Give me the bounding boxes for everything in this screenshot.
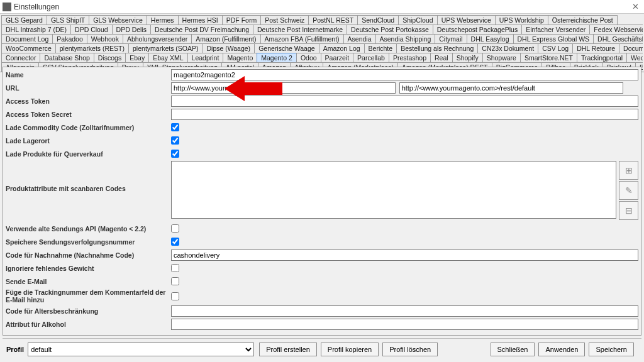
tab-gls-shipit[interactable]: GLS ShipIT	[47, 15, 89, 25]
tab-plentymarkets-rest-[interactable]: plentymarkets (REST)	[55, 43, 129, 53]
tab-hermes[interactable]: Hermes	[147, 15, 179, 25]
tab-connector[interactable]: Connector	[1, 53, 40, 62]
tab-magento-2[interactable]: Magento 2	[257, 53, 297, 62]
verwende-alte-checkbox[interactable]	[171, 224, 179, 233]
access-token-input[interactable]	[171, 96, 638, 107]
tab-ups-worldship[interactable]: UPS Worldship	[495, 15, 548, 25]
tab-asendia-shipping[interactable]: Asendia Shipping	[375, 34, 436, 43]
profil-kopieren-button[interactable]: Profil kopieren	[321, 343, 379, 356]
tab-bestellung-als-rechnung[interactable]: Bestellung als Rechnung	[396, 43, 478, 53]
tab-weclapp[interactable]: Weclapp	[626, 53, 643, 62]
tab-ebay-xml[interactable]: Ebay XML	[148, 53, 187, 62]
speichern-button[interactable]: Speichern	[589, 343, 634, 356]
produktattribute-textarea[interactable]	[171, 161, 616, 219]
tab-shopware[interactable]: Shopware	[482, 53, 521, 62]
tab-dpd-delis[interactable]: DPD Delis	[112, 25, 151, 34]
access-token-secret-input[interactable]	[171, 109, 638, 120]
tab-parcellab[interactable]: Parcellab	[353, 53, 389, 62]
tab-deutschepost-packageplus[interactable]: Deutschepost PackagePlus	[433, 25, 522, 34]
tab-einfacher-versender[interactable]: Einfacher Versender	[521, 25, 590, 34]
tab-ups-webservice[interactable]: UPS Webservice	[437, 15, 496, 25]
tab-woocommerce[interactable]: WooCommerce	[1, 43, 56, 53]
lade-produkte-checkbox[interactable]	[171, 150, 179, 158]
sende-email-checkbox[interactable]	[171, 277, 179, 285]
tab-amazon-fulfillment-[interactable]: Amazon (Fulfillment)	[191, 34, 260, 43]
tab--sterreichische-post[interactable]: Österreichische Post	[548, 15, 618, 25]
code-alters-input[interactable]	[171, 305, 638, 317]
tab-pakadoo[interactable]: Pakadoo	[52, 34, 87, 43]
lade-lagerort-checkbox[interactable]	[171, 136, 179, 145]
tab-leadprint[interactable]: Leadprint	[187, 53, 224, 62]
anwenden-button[interactable]: Anwenden	[538, 343, 585, 356]
tab-citymail[interactable]: Citymail	[435, 34, 467, 43]
tab-postnl-rest[interactable]: PostNL REST	[308, 15, 358, 25]
label-produktattribute: Produktattribute mit scanbaren Codes	[6, 161, 171, 192]
tab-real[interactable]: Real	[430, 53, 453, 62]
schliessen-button[interactable]: Schließen	[491, 343, 535, 356]
titlebar: Einstellungen ✕	[0, 0, 644, 14]
tab-sendcloud[interactable]: SendCloud	[357, 15, 399, 25]
url-input[interactable]	[171, 82, 396, 94]
tab-dpd-cloud[interactable]: DPD Cloud	[70, 25, 113, 34]
lade-commodity-checkbox[interactable]	[171, 123, 179, 131]
code-nachnahme-input[interactable]	[171, 250, 638, 261]
form-panel: Name URL Access Token Access Token Secre…	[3, 67, 641, 336]
tab-berichte[interactable]: Berichte	[364, 43, 397, 53]
tab-generische-waage[interactable]: Generische Waage	[254, 43, 319, 53]
tab-document-downloader[interactable]: Document Downloader	[619, 43, 643, 53]
tab-dhl-gesch-ftskundenversand[interactable]: DHL Geschäftskundenversand	[593, 34, 643, 43]
ignoriere-gewicht-checkbox[interactable]	[171, 264, 179, 272]
profil-erstellen-button[interactable]: Profil erstellen	[259, 343, 317, 356]
footer-bar: Profil default Profil erstellen Profil k…	[3, 338, 641, 359]
profil-select[interactable]: default	[28, 343, 254, 356]
tab-webhook[interactable]: Webhook	[87, 34, 123, 43]
tab-deutsche-post-dv-freimachung[interactable]: Deutsche Post DV Freimachung	[150, 25, 253, 34]
tab-database-shop[interactable]: Database Shop	[40, 53, 94, 62]
tab-post-schweiz[interactable]: Post Schweiz	[260, 15, 309, 25]
tab-paarzeit[interactable]: Paarzeit	[321, 53, 354, 62]
tab-smartstore-net[interactable]: SmartStore.NET	[520, 53, 577, 62]
tab-fedex-webservice[interactable]: Fedex Webservice	[589, 25, 643, 34]
remove-icon[interactable]: ⊟	[619, 201, 638, 220]
label-code-alters: Code für Altersbeschränkung	[6, 307, 171, 315]
tab-dipse-waage-[interactable]: Dipse (Waage)	[202, 43, 255, 53]
tab-plentymarkets-soap-[interactable]: plentymarkets (SOAP)	[128, 43, 203, 53]
name-input[interactable]	[171, 69, 638, 80]
add-icon[interactable]: ⊞	[619, 161, 638, 180]
tab-abholungsversender[interactable]: Abholungsversender	[123, 34, 192, 43]
url-placeholder-input[interactable]	[399, 82, 624, 94]
tab-gls-webservice[interactable]: GLS Webservice	[89, 15, 147, 25]
tab-dhl-retoure[interactable]: DHL Retoure	[572, 43, 619, 53]
tab-amazon-log[interactable]: Amazon Log	[319, 43, 365, 53]
tab-hermes-hsi[interactable]: Hermes HSI	[178, 15, 223, 25]
attribut-alkohol-input[interactable]	[171, 319, 638, 330]
tab-cn23x-dokument[interactable]: CN23x Dokument	[477, 43, 538, 53]
tab-dhl-intraship-7-de-[interactable]: DHL Intraship 7 (DE)	[1, 25, 71, 34]
tab-trackingportal[interactable]: Trackingportal	[577, 53, 627, 62]
edit-icon[interactable]: ✎	[619, 181, 638, 200]
tab-prestashop[interactable]: Prestashop	[389, 53, 431, 62]
label-lade-commodity: Lade Commodity Code (Zolltarifnummer)	[6, 124, 171, 131]
tab-asendia[interactable]: Asendia	[343, 34, 376, 43]
tab-discogs[interactable]: Discogs	[94, 53, 126, 62]
tab-csv-log[interactable]: CSV Log	[538, 43, 573, 53]
tab-odoo[interactable]: Odoo	[296, 53, 321, 62]
tab-gls-gepard[interactable]: GLS Gepard	[1, 15, 47, 25]
tab-dhl-easylog[interactable]: DHL Easylog	[467, 34, 514, 43]
fuege-tracking-checkbox[interactable]	[171, 292, 179, 300]
tab-deutsche-post-portokasse[interactable]: Deutsche Post Portokasse	[347, 25, 433, 34]
tab-magento[interactable]: Magento	[223, 53, 257, 62]
tab-deutsche-post-internetmarke[interactable]: Deutsche Post Internetmarke	[253, 25, 347, 34]
label-sende-email: Sende E-Mail	[6, 278, 171, 285]
tab-shipcloud[interactable]: ShipCloud	[398, 15, 437, 25]
tab-shopify[interactable]: Shopify	[452, 53, 483, 62]
label-code-nachnahme: Code für Nachnahme (Nachnahme Code)	[6, 251, 171, 259]
tab-pdf-form[interactable]: PDF Form	[222, 15, 261, 25]
close-icon[interactable]: ✕	[629, 2, 641, 11]
profil-loeschen-button[interactable]: Profil löschen	[382, 343, 438, 356]
tab-dhl-express-global-ws[interactable]: DHL Express Global WS	[513, 34, 594, 43]
tab-amazon-fba-fulfillment-[interactable]: Amazon FBA (Fulfillment)	[260, 34, 344, 43]
tab-ebay[interactable]: Ebay	[125, 53, 149, 62]
tab-document-log[interactable]: Document Log	[1, 34, 53, 43]
speichere-tracking-checkbox[interactable]	[171, 238, 179, 246]
